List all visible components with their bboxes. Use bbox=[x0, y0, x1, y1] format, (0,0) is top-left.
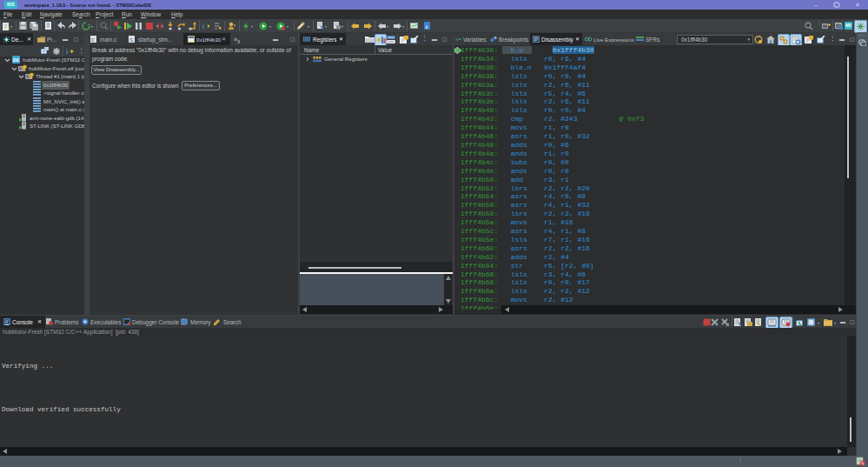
svg-text:i: i bbox=[66, 48, 69, 55]
svg-text:S: S bbox=[129, 37, 133, 43]
svg-text:c: c bbox=[91, 37, 95, 43]
svg-text:i: i bbox=[202, 23, 205, 30]
svg-text:IDE: IDE bbox=[13, 58, 20, 63]
svg-text:i: i bbox=[426, 23, 427, 30]
svg-text:x=: x= bbox=[455, 37, 462, 42]
